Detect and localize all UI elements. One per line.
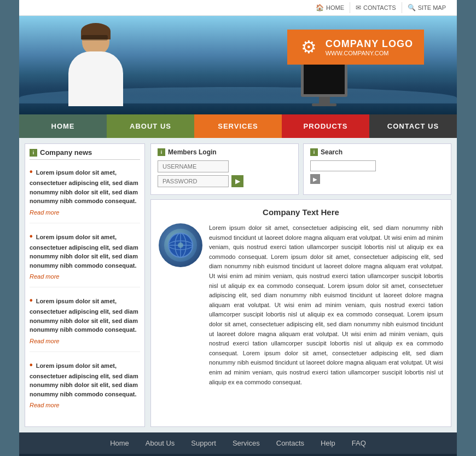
sitemap-topbar-label: SITE MAP <box>418 4 446 11</box>
sidebar-header-icon: i <box>30 149 37 157</box>
article-image-inner <box>164 229 197 262</box>
sidebar: i Company news • Lorem ipsum dolor sit a… <box>25 143 145 427</box>
read-more-3[interactable]: Read more <box>30 338 59 344</box>
footer-copyright: Copyright ©2003 YourCompany Inc. All rig… <box>19 454 457 456</box>
home-topbar-link[interactable]: 🏠 HOME <box>310 2 350 13</box>
top-bar: 🏠 HOME ✉ CONTACTS 🔍 SITE MAP <box>19 0 457 16</box>
search-icon: i <box>310 148 318 156</box>
article-title: Company Text Here <box>159 207 443 217</box>
news-item: • Lorem ipsum dolor sit amet, consectetu… <box>30 359 140 416</box>
username-field <box>158 160 292 172</box>
footer-link-help[interactable]: Help <box>321 439 335 447</box>
nav-contact-us[interactable]: CONTACT US <box>369 114 457 138</box>
banner-person <box>52 19 161 114</box>
sidebar-header: i Company news <box>30 148 140 160</box>
home-icon: 🏠 <box>316 4 324 11</box>
monitor <box>301 61 347 106</box>
login-title: Members Login <box>168 148 217 156</box>
article-text: Lorem ipsum dolor sit amet, consectetuer… <box>209 223 443 387</box>
sidebar-title: Company news <box>40 148 92 157</box>
nav-home[interactable]: HOME <box>19 114 107 138</box>
mail-icon: ✉ <box>356 4 361 11</box>
search-go-button[interactable]: ▶ <box>310 174 320 184</box>
bullet-icon: • <box>30 232 33 241</box>
nav-about-us[interactable]: ABOUT US <box>107 114 194 138</box>
logo-title: COMPANY LOGO <box>326 38 413 50</box>
top-widgets: i Members Login ▶ i Search <box>150 143 451 195</box>
sitemap-icon: 🔍 <box>408 4 416 11</box>
article-content: Lorem ipsum dolor sit amet, consectetuer… <box>159 223 443 387</box>
nav-services[interactable]: SERVICES <box>194 114 282 138</box>
news-item: • Lorem ipsum dolor sit amet, consectetu… <box>30 230 140 288</box>
nav-products[interactable]: PRODUCTS <box>282 114 369 138</box>
banner: ⚙ COMPANY LOGO WWW.COMPANY.COM <box>19 16 457 114</box>
read-more-1[interactable]: Read more <box>30 209 59 216</box>
footer-link-support[interactable]: Support <box>191 439 216 447</box>
news-item: • Lorem ipsum dolor sit amet, consectetu… <box>30 294 140 352</box>
article-image <box>159 223 202 267</box>
news-text-4: • Lorem ipsum dolor sit amet, consectetu… <box>30 359 140 399</box>
login-box: i Members Login ▶ <box>150 143 299 195</box>
contacts-topbar-label: CONTACTS <box>363 4 396 11</box>
svg-point-5 <box>178 243 183 248</box>
company-logo: ⚙ COMPANY LOGO WWW.COMPANY.COM <box>287 30 424 65</box>
bullet-icon: • <box>30 360 33 370</box>
footer-link-home[interactable]: Home <box>110 439 129 447</box>
password-input[interactable] <box>158 175 229 187</box>
login-header: i Members Login <box>158 148 292 156</box>
main-content: i Company news • Lorem ipsum dolor sit a… <box>19 138 457 432</box>
search-input[interactable] <box>310 160 376 171</box>
footer-link-faq[interactable]: FAQ <box>352 439 366 447</box>
nav-bar: HOME ABOUT US SERVICES PRODUCTS CONTACT … <box>19 114 457 138</box>
search-header: i Search <box>310 148 444 156</box>
search-row <box>310 160 444 171</box>
login-icon: i <box>158 148 165 156</box>
login-submit-button[interactable]: ▶ <box>231 175 243 187</box>
gear-icon: ⚙ <box>298 36 320 58</box>
search-box: i Search ▶ <box>303 143 451 195</box>
read-more-2[interactable]: Read more <box>30 273 59 280</box>
password-field: ▶ <box>158 175 292 187</box>
home-topbar-label: HOME <box>326 4 344 11</box>
logo-url: WWW.COMPANY.COM <box>326 50 413 56</box>
footer-link-about[interactable]: About Us <box>146 439 175 447</box>
news-text-2: • Lorem ipsum dolor sit amet, consectetu… <box>30 230 140 270</box>
contacts-topbar-link[interactable]: ✉ CONTACTS <box>350 2 402 13</box>
sitemap-topbar-link[interactable]: 🔍 SITE MAP <box>402 2 451 13</box>
footer-link-services[interactable]: Services <box>233 439 260 447</box>
read-more-4[interactable]: Read more <box>30 402 59 408</box>
username-input[interactable] <box>158 160 229 172</box>
news-text-3: • Lorem ipsum dolor sit amet, consectetu… <box>30 294 140 334</box>
footer-link-contacts[interactable]: Contacts <box>276 439 304 447</box>
bullet-icon: • <box>30 296 33 305</box>
content-area: i Members Login ▶ i Search <box>150 143 451 427</box>
footer-links: Home About Us Support Services Contacts … <box>19 432 457 454</box>
news-item: • Lorem ipsum dolor sit amet, consectetu… <box>30 165 140 223</box>
search-title: Search <box>321 148 343 156</box>
news-text-1: • Lorem ipsum dolor sit amet, consectetu… <box>30 165 140 206</box>
globe-icon <box>167 232 194 259</box>
article-box: Company Text Here <box>150 199 451 427</box>
bullet-icon: • <box>30 167 33 176</box>
